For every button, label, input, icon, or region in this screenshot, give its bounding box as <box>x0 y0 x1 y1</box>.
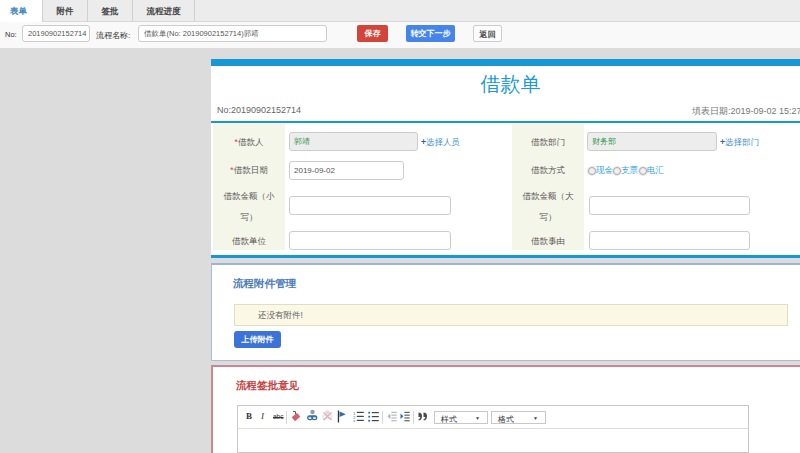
svg-text:3: 3 <box>353 419 356 422</box>
